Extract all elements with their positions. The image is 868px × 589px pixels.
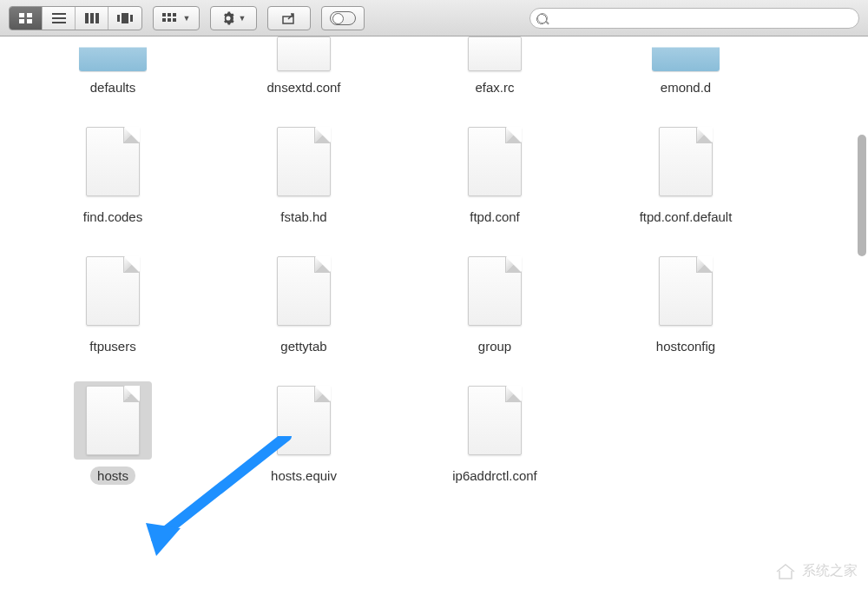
document-icon <box>647 122 725 201</box>
file-label: ip6addrctl.conf <box>445 467 544 485</box>
svg-rect-19 <box>283 17 293 23</box>
svg-rect-8 <box>90 13 94 23</box>
scrollbar-thumb[interactable] <box>858 135 866 256</box>
document-icon <box>647 252 725 330</box>
file-label: hostconfig <box>649 337 722 355</box>
file-item-ftpusers[interactable]: ftpusers <box>17 252 208 355</box>
svg-rect-12 <box>130 15 133 22</box>
svg-rect-2 <box>19 19 24 23</box>
action-button[interactable]: ▼ <box>211 7 256 30</box>
file-item-hosts-equiv[interactable]: hosts.equiv <box>208 381 399 485</box>
view-coverflow-button[interactable] <box>108 7 141 30</box>
document-icon <box>74 252 152 330</box>
toggle-button[interactable] <box>322 7 364 30</box>
view-mode-group <box>9 6 142 30</box>
svg-rect-16 <box>162 18 166 22</box>
file-grid: defaultsdnsextd.confefax.rcemond.dfind.c… <box>17 36 851 485</box>
share-group <box>267 6 311 30</box>
svg-rect-11 <box>122 13 128 23</box>
arrange-group: ▼ <box>153 6 200 30</box>
view-icon-button[interactable] <box>10 7 43 30</box>
search-input[interactable] <box>529 8 859 29</box>
svg-rect-1 <box>27 13 32 17</box>
file-item-gettytab[interactable]: gettytab <box>208 252 399 355</box>
folder-icon <box>647 36 725 71</box>
file-label: ftpd.conf <box>463 208 527 226</box>
document-icon <box>265 36 343 71</box>
svg-rect-6 <box>52 22 66 23</box>
svg-rect-15 <box>173 13 176 17</box>
file-item-dnsextd-conf[interactable]: dnsextd.conf <box>208 36 399 96</box>
file-label: hosts <box>90 467 135 485</box>
file-label: dnsextd.conf <box>260 78 347 96</box>
svg-rect-4 <box>52 13 66 15</box>
file-item-efax-rc[interactable]: efax.rc <box>399 36 590 96</box>
file-label: find.codes <box>76 208 149 226</box>
folder-icon <box>74 36 152 71</box>
file-label: gettytab <box>273 337 333 355</box>
document-icon <box>456 122 534 201</box>
document-icon <box>74 381 152 460</box>
svg-rect-9 <box>95 13 99 23</box>
file-item-fstab-hd[interactable]: fstab.hd <box>208 122 399 226</box>
toggle-group <box>321 6 365 30</box>
svg-rect-0 <box>19 13 24 17</box>
file-label: fstab.hd <box>273 208 333 226</box>
svg-rect-5 <box>52 17 66 19</box>
view-list-button[interactable] <box>43 7 76 30</box>
toolbar: ▼ ▼ <box>0 0 868 36</box>
svg-rect-13 <box>162 13 166 17</box>
search-box <box>529 8 859 29</box>
svg-rect-14 <box>168 13 171 17</box>
document-icon <box>456 381 534 460</box>
file-item-ftpd-conf-default[interactable]: ftpd.conf.default <box>590 122 781 226</box>
file-browser-content[interactable]: defaultsdnsextd.confefax.rcemond.dfind.c… <box>0 36 868 589</box>
file-item-hostconfig[interactable]: hostconfig <box>590 252 781 355</box>
document-icon <box>265 122 343 201</box>
file-label: efax.rc <box>468 78 521 96</box>
document-icon <box>456 252 534 330</box>
file-item-hosts[interactable]: hosts <box>17 381 208 485</box>
file-label: emond.d <box>654 78 718 96</box>
svg-rect-3 <box>27 19 32 23</box>
toggle-icon <box>330 11 356 25</box>
svg-rect-7 <box>85 13 89 23</box>
svg-rect-17 <box>168 18 171 22</box>
arrange-button[interactable]: ▼ <box>154 7 199 30</box>
share-button[interactable] <box>268 7 310 30</box>
document-icon <box>265 381 343 460</box>
file-item-emond-d[interactable]: emond.d <box>590 36 781 96</box>
document-icon <box>265 252 343 330</box>
chevron-down-icon: ▼ <box>239 14 247 23</box>
document-icon <box>456 36 534 71</box>
file-label: ftpusers <box>82 337 142 355</box>
svg-rect-18 <box>173 18 176 22</box>
file-item-defaults[interactable]: defaults <box>17 36 208 96</box>
file-label: ftpd.conf.default <box>633 208 740 226</box>
file-label: defaults <box>83 78 143 96</box>
file-label: hosts.equiv <box>264 467 344 485</box>
action-group: ▼ <box>210 6 257 30</box>
file-item-group[interactable]: group <box>399 252 590 355</box>
document-icon <box>74 122 152 201</box>
file-label: group <box>471 337 518 355</box>
file-item-ip6addrctl-conf[interactable]: ip6addrctl.conf <box>399 381 590 485</box>
chevron-down-icon: ▼ <box>183 14 191 23</box>
file-item-ftpd-conf[interactable]: ftpd.conf <box>399 122 590 226</box>
file-item-find-codes[interactable]: find.codes <box>17 122 208 226</box>
svg-rect-10 <box>117 15 120 22</box>
view-column-button[interactable] <box>76 7 108 30</box>
